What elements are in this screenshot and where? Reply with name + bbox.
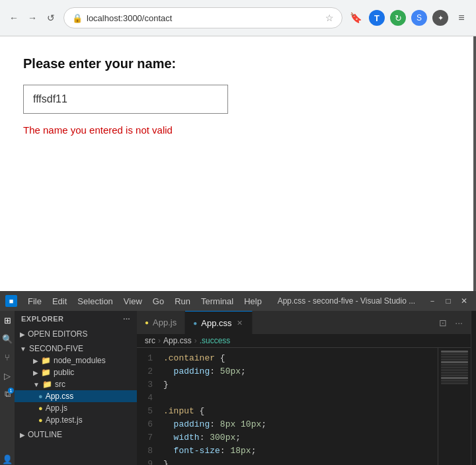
bookmark-button[interactable]: 🔖: [348, 10, 364, 26]
outline-label: OUTLINE: [28, 430, 62, 439]
open-editors-label: OPEN EDITORS: [28, 329, 87, 339]
name-input[interactable]: [23, 85, 228, 114]
test-file-icon: ●: [38, 416, 43, 424]
breadcrumb-success[interactable]: .success: [200, 336, 231, 345]
open-editors-section: ▶ OPEN EDITORS: [15, 327, 137, 341]
tab-close-icon[interactable]: ✕: [235, 318, 244, 328]
menu-help[interactable]: Help: [239, 294, 267, 309]
window-title: App.css - second-five - Visual Studio ..…: [267, 296, 426, 306]
security-icon: 🔒: [72, 13, 83, 23]
breadcrumb-sep2: ›: [194, 336, 197, 345]
sidebar-item-src[interactable]: ▼ 📁 src: [15, 378, 137, 390]
activity-extensions-icon[interactable]: ⧉ 1: [1, 388, 14, 401]
more-tabs-icon[interactable]: ···: [452, 316, 465, 329]
code-line-1: .container {: [163, 352, 438, 365]
sidebar-item-app-css[interactable]: ● App.css: [15, 390, 137, 402]
node-modules-label: node_modules: [54, 356, 106, 365]
code-line-7: width: 300px;: [163, 431, 438, 444]
back-button[interactable]: ←: [7, 11, 21, 25]
code-line-8: font-size: 18px;: [163, 444, 438, 458]
tab-app-js[interactable]: ● App.js: [137, 311, 185, 334]
translate-button[interactable]: T: [369, 10, 385, 26]
css-tab-icon: ●: [193, 319, 197, 327]
extension-button[interactable]: ✦: [432, 10, 448, 26]
minimap-line: [441, 382, 468, 384]
app-js-label: App.js: [46, 403, 67, 413]
forward-button[interactable]: →: [25, 11, 40, 25]
project-chevron: ▼: [20, 345, 26, 353]
app-test-js-label: App.test.js: [46, 415, 83, 425]
refresh2-button[interactable]: ↻: [390, 10, 406, 26]
minimap-line: [441, 377, 468, 379]
outline-section: ▶ OUTLINE: [15, 427, 137, 442]
menu-file[interactable]: File: [22, 294, 47, 309]
app-css-tab-label: App.css: [201, 318, 231, 328]
open-editors-header[interactable]: ▶ OPEN EDITORS: [15, 328, 137, 340]
sidebar-item-app-js[interactable]: ● App.js: [15, 402, 137, 414]
activity-debug-icon[interactable]: ▷: [1, 369, 14, 382]
code-line-6: padding: 8px 10px;: [163, 418, 438, 431]
minimap-line: [441, 364, 468, 366]
breadcrumb: src › App.css › .success: [137, 334, 471, 348]
minimap-content: [438, 348, 471, 465]
code-content: .container { padding: 50px; } .input { p…: [158, 348, 438, 465]
app-js-tab-label: App.js: [153, 317, 177, 327]
folder-icon: 📁: [41, 356, 51, 365]
activity-search-icon[interactable]: 🔍: [1, 332, 14, 345]
sidebar-item-public[interactable]: ▶ 📁 public: [15, 366, 137, 378]
code-line-9: }: [163, 458, 438, 465]
code-line-4: [163, 392, 438, 405]
sidebar-more-icon[interactable]: ···: [123, 315, 130, 323]
css-file-icon: ●: [38, 392, 43, 400]
code-line-5: .input {: [163, 405, 438, 418]
menu-go[interactable]: Go: [147, 294, 169, 309]
code-line-2: padding: 50px;: [163, 365, 438, 378]
extension-badge: 1: [8, 388, 14, 394]
activity-git-icon[interactable]: ⑂: [1, 351, 14, 364]
maximize-button[interactable]: □: [442, 294, 455, 308]
vscode-menubar: ■ File Edit Selection View Go Run Termin…: [0, 291, 476, 311]
project-label: SECOND-FIVE: [29, 344, 83, 353]
project-header[interactable]: ▼ SECOND-FIVE: [15, 343, 137, 355]
editor-scrollbar[interactable]: [471, 311, 476, 465]
breadcrumb-sep1: ›: [158, 336, 161, 345]
refresh-button[interactable]: ↺: [44, 11, 58, 25]
vscode-window: ■ File Edit Selection View Go Run Termin…: [0, 291, 476, 465]
outline-header[interactable]: ▶ OUTLINE: [15, 429, 137, 441]
menu-run[interactable]: Run: [169, 294, 196, 309]
line-numbers: 1 2 3 4 5 6 7 8 9 10 11 12 13: [137, 348, 158, 465]
folder-icon-public: 📁: [41, 368, 51, 377]
menu-terminal[interactable]: Terminal: [196, 294, 239, 309]
minimap-line: [441, 372, 468, 374]
activity-accounts-icon[interactable]: 👤: [1, 452, 14, 465]
address-bar[interactable]: 🔒 localhost:3000/contact ☆: [63, 7, 342, 28]
nav-buttons: ← → ↺: [7, 11, 58, 25]
minimap-line: [441, 366, 468, 368]
star-icon[interactable]: ☆: [325, 13, 334, 23]
menu-selection[interactable]: Selection: [72, 294, 118, 309]
close-button[interactable]: ✕: [457, 294, 471, 308]
breadcrumb-src[interactable]: src: [145, 336, 155, 345]
sidebar-item-node-modules[interactable]: ▶ 📁 node_modules: [15, 355, 137, 366]
minimap: [438, 348, 471, 465]
minimap-line: [441, 361, 468, 363]
split-editor-icon[interactable]: ⊡: [436, 316, 450, 329]
minimize-button[interactable]: －: [426, 294, 439, 308]
sidebar-header: EXPLORER ···: [15, 311, 137, 327]
src-label: src: [55, 380, 65, 389]
minimap-line: [441, 380, 468, 382]
explorer-label: EXPLORER: [21, 315, 64, 323]
code-editor[interactable]: 1 2 3 4 5 6 7 8 9 10 11 12 13 .container…: [137, 348, 471, 465]
menu-button[interactable]: ≡: [454, 10, 469, 26]
menu-view[interactable]: View: [118, 294, 147, 309]
minimap-line: [441, 356, 468, 358]
menu-edit[interactable]: Edit: [47, 294, 72, 309]
src-chevron: ▼: [33, 381, 40, 388]
js-tab-icon: ●: [145, 319, 149, 326]
sidebar-item-app-test-js[interactable]: ● App.test.js: [15, 414, 137, 426]
tab-app-css[interactable]: ● App.css ✕: [185, 311, 253, 334]
activity-explorer-icon[interactable]: ⊞: [1, 314, 14, 327]
breadcrumb-appcss[interactable]: App.css: [163, 336, 192, 345]
shield-button[interactable]: S: [411, 10, 427, 26]
browser-chrome: ← → ↺ 🔒 localhost:3000/contact ☆ 🔖 T ↻ S…: [0, 0, 476, 36]
